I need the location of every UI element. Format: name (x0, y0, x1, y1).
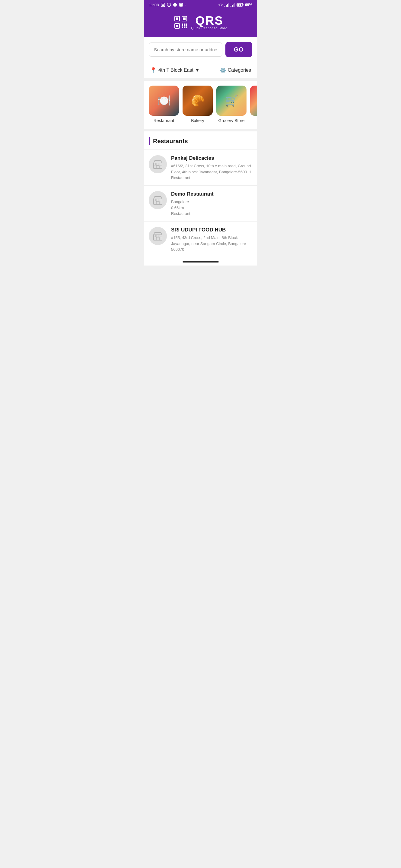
go-button[interactable]: GO (225, 42, 252, 57)
store-info-sriudupi: SRI UDUPI FOOD HUB #155, 43rd Cross, 2nd… (171, 227, 252, 253)
status-icons: • (161, 2, 185, 7)
svg-rect-3 (162, 5, 163, 6)
logo-qrs: QRS (191, 14, 227, 27)
svg-rect-49 (160, 235, 162, 237)
svg-rect-43 (153, 199, 156, 201)
category-emoji-restaurant: 🍽️ (149, 86, 179, 116)
category-item-bakery[interactable]: 🥐 Bakery (182, 86, 213, 123)
chevron-down-icon: ▼ (195, 68, 199, 73)
svg-rect-17 (234, 3, 235, 7)
svg-rect-33 (182, 27, 183, 28)
section-accent (149, 137, 150, 145)
svg-rect-36 (153, 163, 162, 168)
location-pin-icon: 📍 (150, 67, 156, 73)
sim-icon (161, 2, 165, 7)
store-avatar-sriudupi (149, 227, 167, 245)
svg-rect-48 (153, 235, 156, 237)
store-type: Restaurant (171, 176, 252, 180)
categories-filter[interactable]: ⚙️ Categories (220, 67, 251, 73)
svg-rect-22 (176, 18, 178, 20)
svg-rect-19 (242, 4, 244, 5)
restaurant-list: Pankaj Delicacies #616/2, 31st Cross, 10… (144, 150, 257, 258)
svg-point-7 (173, 3, 177, 7)
store-info-demo: Demo Restaurant Bangalore 0.66km Restaur… (171, 191, 252, 216)
section-title: Restaurants (153, 138, 188, 145)
category-label-grocery: Grocery Store (218, 118, 245, 123)
search-input[interactable] (149, 42, 222, 57)
store-name-sriudupi: SRI UDUPI FOOD HUB (171, 227, 252, 233)
restaurants-section: Restaurants Pankaj Delicacies #616/2, 31… (144, 131, 257, 258)
svg-rect-4 (163, 5, 164, 6)
filter-row: 📍 4th T Block East ▼ ⚙️ Categories (144, 62, 257, 79)
section-header: Restaurants (144, 131, 257, 150)
svg-rect-31 (184, 25, 185, 27)
square-icon (179, 2, 183, 7)
store-info-pankaj: Pankaj Delicacies #616/2, 31st Cross, 10… (171, 155, 252, 180)
wifi-icon (218, 3, 223, 7)
home-bar (182, 261, 219, 262)
store-address-sriudupi: #155, 43rd Cross, 2nd Main, 8th Block Ja… (171, 235, 252, 253)
svg-rect-27 (182, 24, 183, 25)
store-type: Restaurant (171, 211, 252, 216)
svg-rect-32 (185, 25, 187, 27)
svg-rect-0 (161, 3, 165, 7)
svg-rect-2 (163, 4, 164, 4)
svg-rect-26 (176, 25, 178, 27)
category-label-restaurant: Restaurant (153, 118, 174, 123)
category-item-super[interactable]: 🏪 Supe... (250, 86, 257, 123)
category-item-grocery[interactable]: 🛒 Grocery Store (216, 86, 247, 123)
location-label: 4th T Block East (159, 67, 193, 73)
store-name-demo: Demo Restaurant (171, 191, 252, 197)
status-bar: 11:08 • (144, 0, 257, 10)
store-distance: 0.66km (171, 205, 252, 211)
category-item-restaurant[interactable]: 🍽️ Restaurant (149, 86, 179, 123)
category-label-bakery: Bakery (191, 118, 204, 123)
categories-label: Categories (228, 67, 251, 73)
location-filter[interactable]: 📍 4th T Block East ▼ (150, 67, 199, 73)
svg-rect-11 (226, 5, 227, 7)
compass-icon (167, 2, 171, 7)
svg-rect-50 (157, 235, 159, 237)
category-image-super: 🏪 (250, 86, 257, 116)
svg-rect-14 (231, 6, 231, 7)
store-avatar-demo (149, 191, 167, 209)
svg-rect-34 (184, 27, 185, 28)
svg-rect-30 (182, 25, 183, 27)
category-image-restaurant: 🍽️ (149, 86, 179, 116)
svg-rect-10 (225, 6, 225, 7)
home-indicator (144, 258, 257, 266)
svg-rect-1 (162, 4, 163, 4)
battery-percent: 69% (245, 3, 252, 7)
svg-rect-35 (185, 27, 187, 28)
svg-rect-46 (153, 235, 162, 240)
status-left: 11:08 • (149, 2, 185, 7)
time: 11:08 (149, 3, 159, 7)
restaurant-item-sriudupi[interactable]: SRI UDUPI FOOD HUB #155, 43rd Cross, 2nd… (144, 221, 257, 258)
battery-icon (236, 3, 244, 7)
status-right: 69% (218, 3, 252, 7)
svg-rect-9 (180, 4, 182, 6)
signal2-icon (231, 3, 235, 7)
category-image-bakery: 🥐 (182, 86, 213, 116)
logo-subtitle: Quick Response Store (191, 27, 227, 30)
svg-rect-16 (233, 4, 234, 7)
filter-icon: ⚙️ (220, 67, 226, 73)
svg-rect-13 (228, 3, 229, 7)
app-header: QRS Quick Response Store (144, 10, 257, 37)
svg-rect-12 (227, 4, 228, 7)
category-emoji-super: 🏪 (250, 86, 257, 116)
signal-icon (225, 3, 229, 7)
restaurant-item-pankaj[interactable]: Pankaj Delicacies #616/2, 31st Cross, 10… (144, 150, 257, 186)
svg-rect-24 (183, 18, 185, 20)
category-emoji-bakery: 🥐 (182, 86, 213, 116)
svg-rect-41 (153, 199, 162, 204)
svg-rect-45 (157, 199, 159, 201)
svg-marker-6 (168, 4, 170, 5)
svg-rect-29 (185, 24, 187, 25)
svg-rect-28 (184, 24, 185, 25)
restaurant-item-demo[interactable]: Demo Restaurant Bangalore 0.66km Restaur… (144, 186, 257, 221)
svg-rect-44 (160, 199, 162, 201)
category-image-grocery: 🛒 (216, 86, 247, 116)
svg-rect-42 (156, 201, 159, 204)
svg-rect-37 (156, 165, 159, 168)
